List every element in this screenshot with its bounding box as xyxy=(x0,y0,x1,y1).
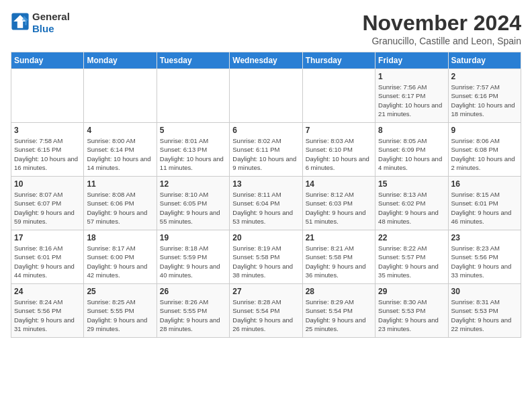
day-daylight: Daylight: 10 hours and 21 minutes. xyxy=(378,101,445,119)
day-daylight: Daylight: 10 hours and 14 minutes. xyxy=(87,154,153,173)
day-daylight: Daylight: 10 hours and 16 minutes. xyxy=(14,154,81,173)
day-sunrise: Sunrise: 8:21 AM xyxy=(306,244,372,253)
day-sunset: Sunset: 5:53 PM xyxy=(378,306,445,315)
day-number: 13 xyxy=(232,179,299,189)
day-sunset: Sunset: 5:56 PM xyxy=(14,306,81,315)
calendar-cell: 25 Sunrise: 8:25 AM Sunset: 5:55 PM Dayl… xyxy=(84,284,157,338)
calendar-week-4: 24 Sunrise: 8:24 AM Sunset: 5:56 PM Dayl… xyxy=(11,284,521,338)
day-number: 25 xyxy=(87,287,153,296)
day-daylight: Daylight: 9 hours and 40 minutes. xyxy=(160,262,226,280)
calendar-cell: 8 Sunrise: 8:05 AM Sunset: 6:09 PM Dayli… xyxy=(375,123,448,177)
col-tuesday: Tuesday xyxy=(157,52,229,69)
title-area: November 2024 Granucillo, Castille and L… xyxy=(362,11,521,46)
day-sunrise: Sunrise: 8:28 AM xyxy=(232,298,299,306)
day-sunrise: Sunrise: 8:30 AM xyxy=(378,298,445,306)
day-sunrise: Sunrise: 8:19 AM xyxy=(232,244,299,253)
logo-text: General Blue xyxy=(32,11,70,35)
day-sunrise: Sunrise: 8:24 AM xyxy=(14,298,81,306)
col-sunday: Sunday xyxy=(11,52,84,69)
day-sunrise: Sunrise: 8:06 AM xyxy=(451,136,518,145)
day-sunset: Sunset: 6:07 PM xyxy=(14,199,81,208)
day-sunrise: Sunrise: 8:11 AM xyxy=(232,190,299,199)
day-daylight: Daylight: 9 hours and 23 minutes. xyxy=(378,316,445,334)
day-sunset: Sunset: 6:05 PM xyxy=(160,199,226,208)
day-daylight: Daylight: 9 hours and 51 minutes. xyxy=(306,208,372,226)
day-sunrise: Sunrise: 8:23 AM xyxy=(451,244,518,253)
logo: General Blue xyxy=(11,11,70,35)
col-wednesday: Wednesday xyxy=(230,52,302,69)
calendar-cell: 26 Sunrise: 8:26 AM Sunset: 5:55 PM Dayl… xyxy=(157,284,229,338)
day-sunrise: Sunrise: 8:26 AM xyxy=(160,298,226,306)
logo-icon xyxy=(11,12,30,34)
day-daylight: Daylight: 9 hours and 46 minutes. xyxy=(451,208,518,226)
calendar-cell: 22 Sunrise: 8:22 AM Sunset: 5:57 PM Dayl… xyxy=(375,230,448,284)
calendar-cell: 1 Sunrise: 7:56 AM Sunset: 6:17 PM Dayli… xyxy=(375,69,448,123)
calendar-cell xyxy=(302,69,375,123)
day-number: 28 xyxy=(306,287,372,296)
day-sunset: Sunset: 5:53 PM xyxy=(451,306,518,315)
day-sunrise: Sunrise: 8:00 AM xyxy=(87,136,153,145)
day-sunrise: Sunrise: 7:57 AM xyxy=(451,83,518,91)
location-title: Granucillo, Castille and Leon, Spain xyxy=(362,36,521,46)
day-sunrise: Sunrise: 8:03 AM xyxy=(306,136,372,145)
calendar-cell: 2 Sunrise: 7:57 AM Sunset: 6:16 PM Dayli… xyxy=(448,69,521,123)
day-number: 26 xyxy=(160,287,226,296)
day-sunrise: Sunrise: 8:08 AM xyxy=(87,190,153,199)
day-sunset: Sunset: 6:15 PM xyxy=(14,145,81,154)
day-sunset: Sunset: 6:08 PM xyxy=(451,145,518,154)
day-sunrise: Sunrise: 8:31 AM xyxy=(451,298,518,306)
header-row: Sunday Monday Tuesday Wednesday Thursday… xyxy=(11,52,521,69)
calendar-cell: 14 Sunrise: 8:12 AM Sunset: 6:03 PM Dayl… xyxy=(302,177,375,230)
calendar-cell: 11 Sunrise: 8:08 AM Sunset: 6:06 PM Dayl… xyxy=(84,177,157,230)
calendar-cell: 24 Sunrise: 8:24 AM Sunset: 5:56 PM Dayl… xyxy=(11,284,84,338)
day-sunrise: Sunrise: 8:07 AM xyxy=(14,190,81,199)
calendar-cell: 16 Sunrise: 8:15 AM Sunset: 6:01 PM Dayl… xyxy=(448,177,521,230)
day-sunset: Sunset: 5:59 PM xyxy=(160,253,226,261)
day-sunset: Sunset: 5:55 PM xyxy=(160,306,226,315)
day-number: 14 xyxy=(306,179,372,189)
day-daylight: Daylight: 9 hours and 38 minutes. xyxy=(232,262,299,280)
day-sunset: Sunset: 5:54 PM xyxy=(306,306,372,315)
header: General Blue November 2024 Granucillo, C… xyxy=(11,11,521,46)
calendar-cell: 4 Sunrise: 8:00 AM Sunset: 6:14 PM Dayli… xyxy=(84,123,157,177)
day-sunset: Sunset: 5:54 PM xyxy=(232,306,299,315)
day-number: 4 xyxy=(87,126,153,135)
day-daylight: Daylight: 10 hours and 9 minutes. xyxy=(232,154,299,173)
calendar-cell: 19 Sunrise: 8:18 AM Sunset: 5:59 PM Dayl… xyxy=(157,230,229,284)
day-sunset: Sunset: 6:00 PM xyxy=(87,253,153,261)
day-number: 11 xyxy=(87,179,153,189)
calendar-cell: 30 Sunrise: 8:31 AM Sunset: 5:53 PM Dayl… xyxy=(448,284,521,338)
day-number: 7 xyxy=(306,126,372,135)
day-sunrise: Sunrise: 7:58 AM xyxy=(14,136,81,145)
day-daylight: Daylight: 9 hours and 53 minutes. xyxy=(232,208,299,226)
day-daylight: Daylight: 9 hours and 26 minutes. xyxy=(232,316,299,334)
day-number: 20 xyxy=(232,233,299,242)
calendar-cell xyxy=(84,69,157,123)
col-thursday: Thursday xyxy=(302,52,375,69)
day-sunrise: Sunrise: 8:18 AM xyxy=(160,244,226,253)
calendar-cell xyxy=(230,69,302,123)
calendar-week-1: 3 Sunrise: 7:58 AM Sunset: 6:15 PM Dayli… xyxy=(11,123,521,177)
day-sunset: Sunset: 6:16 PM xyxy=(451,91,518,100)
day-daylight: Daylight: 9 hours and 28 minutes. xyxy=(160,316,226,334)
calendar-cell: 13 Sunrise: 8:11 AM Sunset: 6:04 PM Dayl… xyxy=(230,177,302,230)
day-sunrise: Sunrise: 8:02 AM xyxy=(232,136,299,145)
day-daylight: Daylight: 9 hours and 44 minutes. xyxy=(14,262,81,280)
calendar-cell: 7 Sunrise: 8:03 AM Sunset: 6:10 PM Dayli… xyxy=(302,123,375,177)
day-daylight: Daylight: 10 hours and 6 minutes. xyxy=(306,154,372,173)
day-daylight: Daylight: 10 hours and 18 minutes. xyxy=(451,101,518,119)
calendar-cell xyxy=(11,69,84,123)
day-number: 23 xyxy=(451,233,518,242)
day-sunset: Sunset: 6:04 PM xyxy=(232,199,299,208)
day-sunset: Sunset: 5:58 PM xyxy=(306,253,372,261)
day-sunset: Sunset: 5:55 PM xyxy=(87,306,153,315)
calendar-cell xyxy=(157,69,229,123)
calendar-week-3: 17 Sunrise: 8:16 AM Sunset: 6:01 PM Dayl… xyxy=(11,230,521,284)
day-sunrise: Sunrise: 8:29 AM xyxy=(306,298,372,306)
calendar-cell: 3 Sunrise: 7:58 AM Sunset: 6:15 PM Dayli… xyxy=(11,123,84,177)
day-number: 10 xyxy=(14,179,81,189)
day-daylight: Daylight: 9 hours and 57 minutes. xyxy=(87,208,153,226)
logo-blue: Blue xyxy=(32,23,54,34)
day-sunrise: Sunrise: 8:16 AM xyxy=(14,244,81,253)
day-sunrise: Sunrise: 8:12 AM xyxy=(306,190,372,199)
